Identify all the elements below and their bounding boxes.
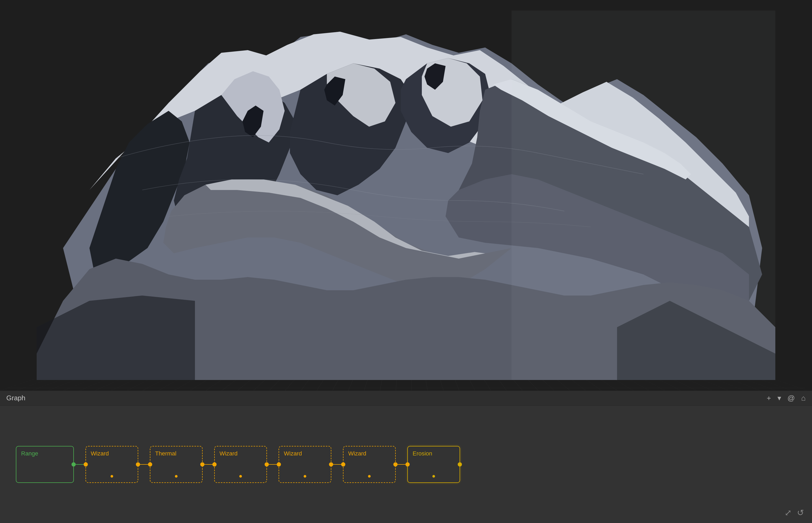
- resize-icon[interactable]: ⤢: [785, 508, 792, 518]
- wizard2-output-dot: [264, 462, 269, 467]
- node-wizard-4[interactable]: Wizard: [343, 446, 396, 483]
- thermal-output-dot: [200, 462, 204, 467]
- node-range-label: Range: [21, 450, 69, 457]
- graph-controls: + ▾ @ ⌂: [767, 395, 806, 402]
- at-button[interactable]: @: [788, 395, 795, 402]
- wizard1-output-dot: [136, 462, 140, 467]
- wizard3-bottom-dot: [303, 475, 306, 477]
- terrain-svg: [37, 11, 775, 380]
- graph-title: Graph: [6, 394, 25, 402]
- svg-rect-21: [512, 11, 775, 380]
- node-erosion[interactable]: Erosion: [407, 446, 460, 483]
- home-button[interactable]: ⌂: [801, 395, 806, 402]
- node-wizard3-label: Wizard: [284, 450, 326, 457]
- wizard3-output-dot: [329, 462, 333, 467]
- wizard4-input-dot: [341, 462, 345, 467]
- node-wizard-1[interactable]: Wizard: [86, 446, 138, 483]
- add-node-button[interactable]: +: [767, 395, 771, 402]
- node-wizard-2[interactable]: Wizard: [214, 446, 267, 483]
- wizard4-output-dot: [393, 462, 398, 467]
- wizard2-input-dot: [213, 462, 217, 467]
- node-range[interactable]: Range: [16, 446, 74, 483]
- node-erosion-label: Erosion: [412, 450, 455, 457]
- thermal-input-dot: [148, 462, 152, 467]
- graph-canvas[interactable]: Range Wizard Thermal: [0, 405, 812, 523]
- wizard2-bottom-dot: [239, 475, 242, 477]
- bottom-right-icons: ⤢ ↺: [785, 508, 804, 518]
- node-wizard4-label: Wizard: [348, 450, 390, 457]
- wizard3-input-dot: [277, 462, 281, 467]
- wizard1-input-dot: [84, 462, 88, 467]
- node-thermal[interactable]: Thermal: [150, 446, 203, 483]
- 3d-viewport[interactable]: [0, 0, 812, 391]
- node-wizard2-label: Wizard: [220, 450, 262, 457]
- erosion-input-dot: [405, 462, 410, 467]
- node-wizard-3[interactable]: Wizard: [279, 446, 331, 483]
- node-chain: Range Wizard Thermal: [16, 446, 460, 483]
- wizard1-bottom-dot: [111, 475, 113, 477]
- erosion-bottom-dot: [432, 475, 435, 477]
- erosion-output-dot: [458, 462, 462, 467]
- dropdown-button[interactable]: ▾: [777, 395, 781, 402]
- graph-panel: Graph + ▾ @ ⌂ Range Wizard: [0, 391, 812, 523]
- range-output-dot: [72, 462, 76, 467]
- graph-header: Graph + ▾ @ ⌂: [0, 391, 812, 405]
- node-wizard1-label: Wizard: [91, 450, 133, 457]
- wizard4-bottom-dot: [368, 475, 371, 477]
- refresh-icon[interactable]: ↺: [797, 508, 804, 518]
- thermal-bottom-dot: [175, 475, 178, 477]
- terrain-container: [0, 0, 812, 391]
- node-thermal-label: Thermal: [155, 450, 197, 457]
